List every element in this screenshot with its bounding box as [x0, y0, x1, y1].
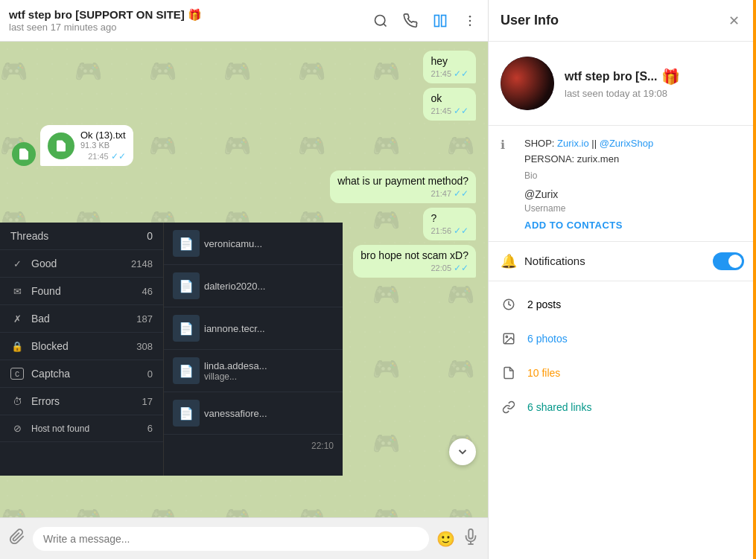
add-to-contacts-button[interactable]: ADD TO CONTACTS — [524, 220, 744, 231]
overlay-item-host[interactable]: ⊘ Host not found 6 — [0, 415, 163, 442]
check-icon: ✓ — [10, 258, 24, 269]
svg-point-3 — [469, 15, 471, 17]
bio-text: SHOP: Zurix.io || @ZurixShop PERSONA: zu… — [524, 136, 744, 167]
item-count: 46 — [142, 286, 153, 297]
user-details: wtf step bro [S... 🎁 last seen today at … — [565, 68, 680, 99]
item-name: dalterio2020... — [204, 281, 265, 292]
item-name: linda.addesa... — [204, 360, 267, 371]
right-item[interactable]: 📄 linda.addesa... village... — [164, 350, 343, 392]
files-label: 10 files — [527, 367, 744, 379]
links-row[interactable]: 6 shared links — [489, 390, 756, 424]
attach-button[interactable] — [9, 528, 25, 549]
x-icon: ✗ — [10, 313, 24, 325]
mail-icon: ✉ — [10, 286, 24, 297]
search-icon[interactable] — [372, 12, 390, 30]
close-button[interactable]: ✕ — [723, 10, 744, 31]
item-label: Found — [31, 285, 142, 297]
item-count: 0 — [147, 368, 153, 380]
chat-panel: wtf step bro [SUPPORT ON SITE] 🎁 last se… — [0, 0, 488, 559]
overlay-left: Threads 0 ✓ Good 2148 ✉ Found 46 ✗ — [0, 223, 164, 476]
file-bubble[interactable]: Ok (13).txt 91.3 KB 21:45 ✓✓ — [40, 125, 133, 166]
item-count: 2148 — [131, 258, 153, 269]
scroll-down-button[interactable] — [449, 438, 476, 465]
chat-subtitle: last seen 17 minutes ago — [9, 22, 372, 33]
overlay-item-errors[interactable]: ⏱ Errors 17 — [0, 388, 163, 415]
item-count: 187 — [136, 313, 153, 325]
chat-title: wtf step bro [SUPPORT ON SITE] 🎁 — [9, 8, 372, 22]
call-icon[interactable] — [401, 12, 419, 30]
mic-button[interactable] — [463, 528, 479, 549]
overlay-item-captcha[interactable]: c Captcha 0 — [0, 360, 163, 388]
message-text: what is ur payment method? — [337, 175, 468, 187]
photos-label: 6 photos — [527, 333, 744, 345]
message-time: 21:47 — [431, 189, 451, 198]
shop-link-2[interactable]: @ZurixShop — [600, 138, 653, 149]
svg-point-0 — [375, 15, 385, 25]
more-icon[interactable] — [461, 12, 479, 30]
user-info-panel: User Info ✕ wtf step bro [S... 🎁 last se… — [488, 0, 756, 559]
user-display-name: wtf step bro [S... 🎁 — [565, 68, 680, 86]
bell-icon: 🔔 — [501, 253, 515, 269]
svg-point-5 — [469, 24, 471, 26]
right-item[interactable]: 📄 veronicamu... — [164, 223, 343, 265]
columns-icon[interactable] — [431, 12, 449, 30]
sender-avatar — [12, 142, 36, 166]
file-size: 91.3 KB — [80, 141, 126, 150]
message-bubble: hey 21:45 ✓✓ — [423, 51, 476, 83]
overlay-item-good[interactable]: ✓ Good 2148 — [0, 250, 163, 278]
overlay-item-found[interactable]: ✉ Found 46 — [0, 278, 163, 305]
notifications-label: Notifications — [524, 255, 704, 267]
links-icon — [501, 399, 517, 415]
overlay-right: 📄 veronicamu... 📄 dalterio2020... 📄 iann… — [164, 223, 343, 476]
links-label: 6 shared links — [527, 401, 744, 413]
bio-content: SHOP: Zurix.io || @ZurixShop PERSONA: zu… — [524, 136, 744, 231]
message-text: ? — [431, 212, 436, 224]
message-time: 22:05 — [431, 263, 451, 272]
read-receipt: ✓✓ — [454, 226, 468, 236]
right-item[interactable]: 📄 dalterio2020... — [164, 265, 343, 307]
posts-row[interactable]: 2 posts — [489, 287, 756, 322]
item-label: Bad — [31, 313, 136, 325]
svg-point-4 — [469, 19, 471, 22]
media-section: 2 posts 6 photos 10 files 6 shared links — [489, 281, 756, 430]
doc-icon: 📄 — [173, 230, 200, 257]
emoji-button[interactable]: 🙂 — [436, 530, 455, 548]
user-status: last seen today at 19:08 — [565, 88, 680, 99]
message-input[interactable] — [33, 527, 429, 551]
notifications-toggle[interactable] — [713, 252, 744, 270]
photos-row[interactable]: 6 photos — [489, 322, 756, 356]
files-icon — [501, 365, 517, 381]
slash-icon: ⊘ — [10, 423, 24, 434]
chat-input-area: 🙂 — [0, 517, 488, 559]
file-info: Ok (13).txt 91.3 KB 21:45 ✓✓ — [80, 130, 126, 162]
message-time: 21:45 — [431, 106, 451, 115]
message-time: 21:56 — [431, 226, 451, 235]
item-name: iannone.tecr... — [204, 323, 265, 334]
item-count: 17 — [142, 396, 153, 407]
doc-icon: 📄 — [173, 357, 200, 384]
username-value: @Zurix — [524, 188, 744, 200]
item-name: veronicamu... — [204, 238, 262, 249]
persona-text: PERSONA: zurix.men — [524, 153, 619, 164]
chat-background: hey 21:45 ✓✓ ok 21:45 ✓✓ — [0, 42, 488, 517]
message-bubble: bro hope not scam xD? 22:05 ✓✓ — [353, 245, 476, 278]
notifications-row: 🔔 Notifications — [489, 242, 756, 281]
avatar-image — [501, 57, 554, 110]
message-bubble: ? 21:56 ✓✓ — [423, 208, 476, 240]
message-text: bro hope not scam xD? — [360, 249, 468, 261]
overlay-panel: Threads 0 ✓ Good 2148 ✉ Found 46 ✗ — [0, 223, 343, 476]
message-row: what is ur payment method? 21:47 ✓✓ — [12, 170, 476, 203]
bio-label: Bio — [524, 170, 744, 181]
right-item[interactable]: 📄 iannone.tecr... — [164, 307, 343, 350]
bio-section: ℹ SHOP: Zurix.io || @ZurixShop PERSONA: … — [489, 126, 756, 242]
overlay-item-blocked[interactable]: 🔒 Blocked 308 — [0, 333, 163, 360]
item-label: Captcha — [31, 368, 147, 380]
files-row[interactable]: 10 files — [489, 356, 756, 390]
right-item[interactable]: 📄 vanessafiore... — [164, 392, 343, 435]
overlay-item-bad[interactable]: ✗ Bad 187 — [0, 305, 163, 333]
chat-header: wtf step bro [SUPPORT ON SITE] 🎁 last se… — [0, 0, 488, 42]
posts-icon — [501, 296, 517, 313]
shop-link-1[interactable]: Zurix.io — [557, 138, 589, 149]
file-name: Ok (13).txt — [80, 130, 126, 141]
user-avatar — [501, 57, 554, 110]
